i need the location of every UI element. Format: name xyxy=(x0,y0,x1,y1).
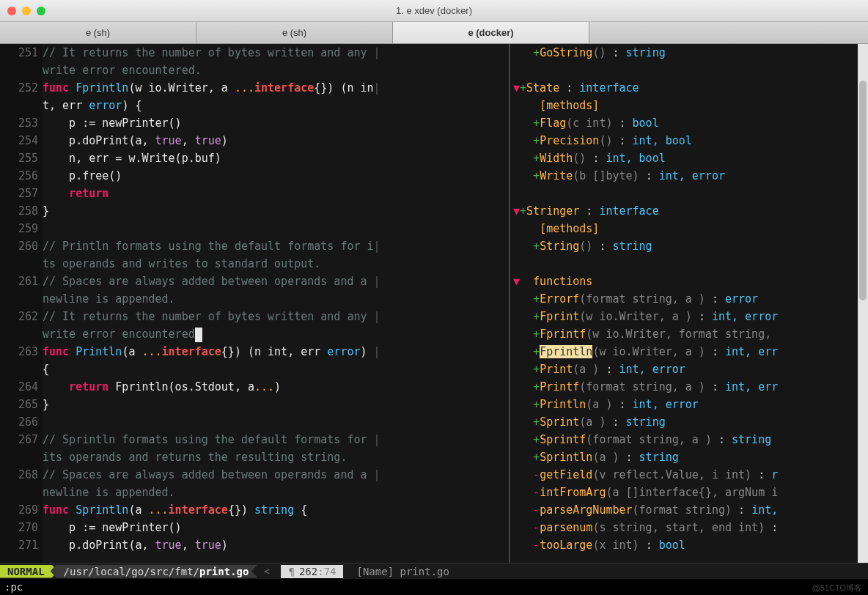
outline-item[interactable]: +Precision() : int, bool xyxy=(513,132,868,149)
status-line: 262 xyxy=(299,566,317,577)
code-panel[interactable]: // It returns the number of bytes writte… xyxy=(43,44,509,563)
status-filepath: /usr/local/go/src/fmt/print.go xyxy=(51,565,258,578)
outline-panel[interactable]: +GoString() : string▼+State : interface … xyxy=(509,44,868,563)
outline-item[interactable]: ▼+Stringer : interface xyxy=(513,202,868,220)
window-titlebar: 1. e xdev (docker) xyxy=(0,0,868,22)
outline-item[interactable]: [methods] xyxy=(513,220,868,237)
outline-item[interactable]: -intFromArg(a []interface{}, argNum i xyxy=(513,484,868,501)
watermark: @51CTO博客 xyxy=(812,583,862,594)
outline-item[interactable] xyxy=(513,255,868,273)
status-position: ¶262:74 xyxy=(281,565,343,578)
status-path-prefix: /usr/local/go/src/fmt/ xyxy=(64,566,199,577)
status-col: 74 xyxy=(324,566,336,577)
outline-item[interactable]: +Print(a ) : int, error xyxy=(513,361,868,378)
command-line[interactable]: :pc xyxy=(0,579,868,595)
window-title: 1. e xdev (docker) xyxy=(0,5,868,16)
outline-item[interactable]: -parsenum(s string, start, end int) : xyxy=(513,519,868,536)
outline-item[interactable]: +Sprintln(a ) : string xyxy=(513,448,868,466)
tab-docker[interactable]: e (docker) xyxy=(393,22,589,43)
vim-mode: NORMAL xyxy=(0,565,58,578)
outline-item[interactable]: +Write(b []byte) : int, error xyxy=(513,167,868,185)
outline-item[interactable]: +GoString() : string xyxy=(513,44,868,62)
status-buffer-name: [Name] print.go xyxy=(356,566,449,577)
tab-sh-2[interactable]: e (sh) xyxy=(196,22,393,43)
outline-item[interactable]: +String() : string xyxy=(513,237,868,255)
outline-item[interactable]: [methods] xyxy=(513,97,868,114)
editor-area: 2512522532542552562572582592602612622632… xyxy=(0,44,868,563)
outline-item[interactable]: +Sprint(a ) : string xyxy=(513,413,868,431)
outline-item[interactable]: ▼+State : interface xyxy=(513,79,868,97)
outline-item[interactable]: +Println(a ) : int, error xyxy=(513,396,868,413)
outline-item[interactable]: +Flag(c int) : bool xyxy=(513,114,868,132)
status-sep: ＜ xyxy=(262,565,272,578)
outline-item[interactable]: +Fprintln(w io.Writer, a ) : int, err xyxy=(513,343,868,361)
status-path-file: print.go xyxy=(199,566,249,577)
outline-item[interactable] xyxy=(513,62,868,79)
pilcrow-icon: ¶ xyxy=(288,566,294,577)
tab-sh-1[interactable]: e (sh) xyxy=(0,22,196,43)
scrollbar[interactable] xyxy=(858,44,868,563)
status-bar: NORMAL /usr/local/go/src/fmt/print.go ＜ … xyxy=(0,563,868,579)
outline-item[interactable]: -getField(v reflect.Value, i int) : r xyxy=(513,466,868,484)
outline-item[interactable]: -parseArgNumber(format string) : int, xyxy=(513,501,868,519)
outline-item[interactable]: +Printf(format string, a ) : int, err xyxy=(513,378,868,396)
tab-bar: e (sh) e (sh) e (docker) xyxy=(0,22,868,44)
scrollbar-thumb[interactable] xyxy=(859,81,867,300)
outline-item[interactable]: -tooLarge(x int) : bool xyxy=(513,536,868,554)
outline-item[interactable]: +Fprintf(w io.Writer, format string, xyxy=(513,325,868,343)
line-gutter: 2512522532542552562572582592602612622632… xyxy=(0,44,43,563)
outline-item[interactable]: +Width() : int, bool xyxy=(513,149,868,167)
outline-item[interactable]: ▼ functions xyxy=(513,273,868,290)
outline-item[interactable]: +Fprint(w io.Writer, a ) : int, error xyxy=(513,308,868,325)
outline-item[interactable]: +Sprintf(format string, a ) : string xyxy=(513,431,868,448)
outline-item[interactable]: +Errorf(format string, a ) : error xyxy=(513,290,868,308)
outline-item[interactable] xyxy=(513,185,868,202)
